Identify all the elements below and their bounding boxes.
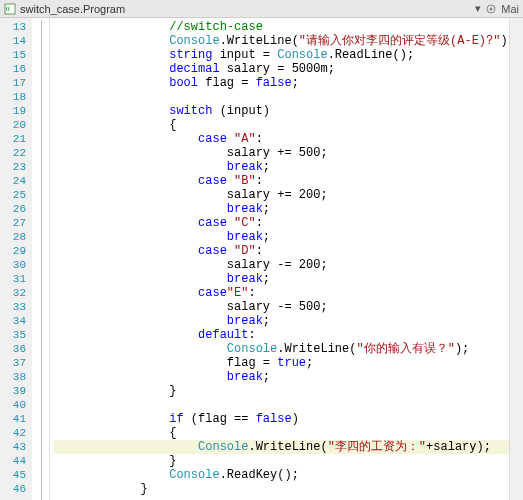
code-line[interactable]: case "C":	[54, 216, 523, 230]
code-editor[interactable]: 1314151617181920212223242526272829303132…	[0, 18, 523, 500]
code-token: salary = 5000m;	[220, 62, 335, 76]
code-line[interactable]: salary -= 500;	[54, 300, 523, 314]
code-token: Console	[169, 34, 219, 48]
code-token: "B"	[234, 174, 256, 188]
code-line[interactable]: break;	[54, 314, 523, 328]
line-number: 23	[0, 160, 26, 174]
line-number: 45	[0, 468, 26, 482]
tab-title[interactable]: switch_case.Program	[20, 3, 125, 15]
code-token: bool	[169, 76, 198, 90]
line-number: 40	[0, 398, 26, 412]
code-area[interactable]: //switch-case Console.WriteLine("请输入你对李四…	[50, 18, 523, 500]
code-token: salary += 200;	[227, 188, 328, 202]
code-line[interactable]: string input = Console.ReadLine();	[54, 48, 523, 62]
code-line[interactable]: case"E":	[54, 286, 523, 300]
code-token: Console	[277, 48, 327, 62]
code-line[interactable]: case "B":	[54, 174, 523, 188]
code-line[interactable]: break;	[54, 370, 523, 384]
line-number: 43	[0, 440, 26, 454]
code-token: break	[227, 314, 263, 328]
target-icon[interactable]	[485, 3, 497, 15]
line-number: 38	[0, 370, 26, 384]
code-token: flag =	[227, 356, 277, 370]
line-number: 27	[0, 216, 26, 230]
code-token: .ReadKey();	[220, 468, 299, 482]
tab-left: switch_case.Program	[4, 3, 125, 15]
code-line[interactable]: default:	[54, 328, 523, 342]
code-line[interactable]: {	[54, 118, 523, 132]
code-token: case	[198, 174, 227, 188]
code-token: ;	[263, 202, 270, 216]
code-token: ;	[263, 314, 270, 328]
code-token: ;	[263, 160, 270, 174]
code-token: break	[227, 272, 263, 286]
line-number: 36	[0, 342, 26, 356]
code-token: ;	[263, 370, 270, 384]
code-line[interactable]: break;	[54, 230, 523, 244]
code-line[interactable]: //switch-case	[54, 20, 523, 34]
code-token: switch	[169, 104, 212, 118]
line-number: 16	[0, 62, 26, 76]
code-token: "C"	[234, 216, 256, 230]
code-line[interactable]: {	[54, 426, 523, 440]
code-line[interactable]: if (flag == false)	[54, 412, 523, 426]
code-token: {	[169, 426, 176, 440]
code-line[interactable]: break;	[54, 272, 523, 286]
line-number: 32	[0, 286, 26, 300]
code-line[interactable]: }	[54, 482, 523, 496]
code-token: false	[256, 76, 292, 90]
code-line[interactable]: Console.WriteLine("李四的工资为："+salary);	[54, 440, 523, 454]
code-token: break	[227, 202, 263, 216]
svg-point-2	[490, 7, 493, 10]
code-line[interactable]: }	[54, 384, 523, 398]
code-line[interactable]: salary += 200;	[54, 188, 523, 202]
code-token: :	[248, 286, 255, 300]
code-line[interactable]: salary += 500;	[54, 146, 523, 160]
code-line[interactable]: salary -= 200;	[54, 258, 523, 272]
code-token: ;	[306, 356, 313, 370]
code-line[interactable]: decimal salary = 5000m;	[54, 62, 523, 76]
line-number: 37	[0, 356, 26, 370]
code-line[interactable]: case "A":	[54, 132, 523, 146]
code-token: "A"	[234, 132, 256, 146]
code-token: .WriteLine(	[277, 342, 356, 356]
code-token: case	[198, 132, 227, 146]
code-token: }	[140, 482, 147, 496]
code-line[interactable]	[54, 90, 523, 104]
code-token: "请输入你对李四的评定等级(A-E)?"	[299, 34, 501, 48]
code-token	[227, 216, 234, 230]
code-token: {	[169, 118, 176, 132]
code-line[interactable]	[54, 398, 523, 412]
tab-bar: switch_case.Program ▾ Mai	[0, 0, 523, 18]
code-line[interactable]: break;	[54, 202, 523, 216]
code-line[interactable]: case "D":	[54, 244, 523, 258]
code-line[interactable]: Console.WriteLine("请输入你对李四的评定等级(A-E)?");	[54, 34, 523, 48]
context-label[interactable]: Mai	[501, 3, 519, 15]
code-token: break	[227, 370, 263, 384]
line-number: 28	[0, 230, 26, 244]
code-token: .WriteLine(	[248, 440, 327, 454]
vertical-scrollbar[interactable]	[509, 18, 523, 500]
code-line[interactable]: }	[54, 454, 523, 468]
code-token: }	[169, 454, 176, 468]
code-token: "你的输入有误？"	[356, 342, 454, 356]
dropdown-separator: ▾	[475, 2, 481, 15]
code-token: :	[248, 328, 255, 342]
code-token	[227, 244, 234, 258]
code-token: //switch-case	[169, 20, 263, 34]
line-number: 17	[0, 76, 26, 90]
line-number: 26	[0, 202, 26, 216]
code-line[interactable]: flag = true;	[54, 356, 523, 370]
line-number: 34	[0, 314, 26, 328]
code-line[interactable]: break;	[54, 160, 523, 174]
code-line[interactable]: switch (input)	[54, 104, 523, 118]
code-token: :	[256, 132, 263, 146]
line-number: 25	[0, 188, 26, 202]
outline-guide	[41, 20, 42, 500]
code-line[interactable]: Console.ReadKey();	[54, 468, 523, 482]
code-token: ;	[263, 230, 270, 244]
code-line[interactable]: bool flag = false;	[54, 76, 523, 90]
code-line[interactable]: Console.WriteLine("你的输入有误？");	[54, 342, 523, 356]
code-token	[227, 132, 234, 146]
code-token: ;	[292, 76, 299, 90]
